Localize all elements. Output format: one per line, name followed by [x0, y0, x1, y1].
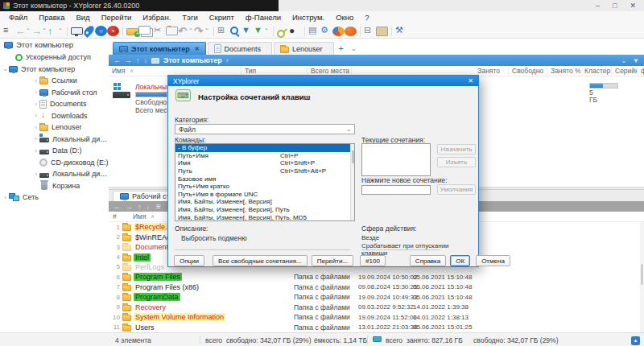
- cancel-button[interactable]: Отмена: [476, 255, 510, 266]
- column-header-name[interactable]: Имя: [122, 212, 147, 220]
- file-row[interactable]: 10 System Volume Information Папка с фай…: [109, 312, 644, 322]
- copy-icon[interactable]: [138, 26, 151, 35]
- new-tab-button[interactable]: +: [336, 43, 347, 53]
- crumb-up-icon[interactable]: ↑: [136, 56, 140, 64]
- key-icon[interactable]: [277, 26, 289, 36]
- tab-close-icon[interactable]: ✕: [195, 46, 200, 52]
- crumb-down-icon[interactable]: ↓: [144, 56, 148, 64]
- expander-icon[interactable]: ›: [2, 194, 9, 201]
- xyplorer-logo-icon[interactable]: ▲: [631, 336, 640, 345]
- crumb-down-icon[interactable]: ↓: [147, 203, 151, 211]
- minimize-button[interactable]: –: [596, 2, 600, 10]
- expander-icon[interactable]: ⌄: [2, 65, 9, 72]
- crumb-back-icon[interactable]: ←: [114, 56, 121, 64]
- location-pin-icon[interactable]: [82, 24, 96, 38]
- tree-item-documents[interactable]: › Documents: [0, 98, 109, 110]
- undo-dropdown-icon[interactable]: ⌄: [188, 25, 194, 38]
- current-shortcuts-listbox[interactable]: [361, 143, 431, 176]
- menu-item[interactable]: Окно: [330, 11, 359, 24]
- crumb-up-icon[interactable]: ↑: [138, 203, 142, 211]
- options-button[interactable]: Опции: [174, 255, 204, 266]
- tree-item-quick-access[interactable]: Ускоренный доступ: [0, 51, 109, 64]
- zoom-icon[interactable]: ○: [95, 26, 107, 36]
- expander-icon[interactable]: ›: [32, 147, 39, 154]
- address-dropdown-icon[interactable]: ⌄: [621, 57, 626, 64]
- crumb-back-icon[interactable]: ←: [114, 203, 121, 211]
- menu-item[interactable]: Файл: [3, 11, 33, 24]
- new-shortcut-input[interactable]: [361, 185, 431, 195]
- column-header-number[interactable]: #: [109, 212, 122, 220]
- mini-filter-icon[interactable]: ▼: [633, 57, 639, 64]
- expander-icon[interactable]: ›: [32, 124, 39, 131]
- file-row[interactable]: 9 Recovery Папка с файлами 09.03.2022 9:…: [109, 303, 644, 312]
- defaults-button[interactable]: Умолчания: [437, 184, 476, 195]
- file-row[interactable]: 7 Program Files (x86) Папка с файлами 09…: [109, 282, 644, 292]
- back-dropdown-icon[interactable]: ⌄: [26, 25, 31, 38]
- tree-item-disk-c[interactable]: › Локальный диск (C:): [0, 134, 109, 146]
- tree-item-desktop[interactable]: › Рабочий стол: [0, 87, 109, 99]
- filter-dropdown-icon[interactable]: ⌄: [264, 25, 270, 38]
- tab-lenouser[interactable]: Lenouser: [274, 42, 334, 55]
- cut-icon[interactable]: ✂: [154, 25, 166, 38]
- menu-item[interactable]: Скрипт: [204, 11, 240, 24]
- column-header[interactable]: Серийн...: [612, 66, 638, 76]
- column-header[interactable]: Свободно: [509, 66, 547, 76]
- file-row[interactable]: 6 Program Files Папка с файлами 19.09.20…: [109, 272, 644, 282]
- category-select[interactable]: Файл ⌄: [175, 124, 355, 134]
- menu-item[interactable]: Правка: [33, 11, 70, 24]
- command-item[interactable]: Имя, Байты, Изменен[, Версия], Путь, MD5: [175, 213, 354, 221]
- command-item[interactable]: Путь+Имя в формате UNC: [175, 191, 354, 199]
- tree-item-this-pc[interactable]: ⌄ Этот компьютер: [0, 64, 109, 76]
- command-item[interactable]: Имя, Байты, Изменен[, Версия]: [175, 198, 354, 206]
- command-item[interactable]: - В буфер: [175, 144, 354, 152]
- go-icon[interactable]: ›: [107, 26, 119, 36]
- color-filter-icon[interactable]: [332, 27, 345, 36]
- menu-item[interactable]: Избран.: [137, 11, 176, 24]
- assign-button[interactable]: Назначить: [437, 144, 476, 154]
- close-button[interactable]: ✕: [630, 2, 636, 10]
- command-item[interactable]: Путь Ctrl+Shift+Alt+P: [175, 167, 354, 175]
- scrollbar[interactable]: [350, 144, 354, 220]
- expander-icon[interactable]: ›: [32, 112, 39, 119]
- ok-button[interactable]: ОК: [450, 255, 470, 266]
- menu-item[interactable]: ?: [359, 11, 374, 24]
- dialog-titlebar[interactable]: XYplorer ✕: [168, 76, 478, 86]
- column-header[interactable]: Кластер: [581, 66, 612, 76]
- gear-icon[interactable]: ⚙: [320, 25, 332, 38]
- grid-view-icon[interactable]: ▤: [308, 25, 320, 38]
- command-item[interactable]: Имя, Байты, Изменен[, Версия], Путь: [175, 206, 354, 214]
- menu-item[interactable]: Вид: [70, 11, 95, 24]
- expander-icon[interactable]: ›: [32, 135, 39, 142]
- expander-icon[interactable]: ›: [32, 101, 39, 108]
- dark-sphere-icon[interactable]: ●: [289, 25, 301, 38]
- command-item[interactable]: Путь+Имя Ctrl+P: [175, 152, 354, 160]
- new-folder-icon[interactable]: [126, 28, 138, 35]
- expander-icon[interactable]: ›: [32, 89, 39, 96]
- tree-item-recycle-bin[interactable]: Корзина: [0, 180, 109, 192]
- desktop-icon[interactable]: [71, 27, 83, 35]
- breadcrumb[interactable]: Этот компьютер: [163, 56, 222, 64]
- menu-icon[interactable]: ≡: [3, 25, 15, 38]
- expander-icon[interactable]: ›: [32, 77, 39, 84]
- column-header[interactable]: ф-Система: [638, 66, 644, 76]
- crumb-forward-icon[interactable]: →: [125, 56, 132, 64]
- help-button[interactable]: Справка: [410, 255, 446, 266]
- up-dropdown-icon[interactable]: ⌄: [58, 25, 64, 38]
- tree-item-links[interactable]: › Ссылки: [0, 75, 109, 87]
- column-header[interactable]: Занято %: [547, 66, 581, 76]
- remove-button[interactable]: Изъять: [437, 157, 476, 167]
- panel-icon[interactable]: [376, 27, 388, 36]
- tools-icon[interactable]: ⚒: [395, 25, 407, 38]
- menu-item[interactable]: ф-Панели: [240, 11, 287, 24]
- tree-item-lenouser[interactable]: › Lenouser: [0, 122, 109, 134]
- menu-icon[interactable]: ≡: [156, 202, 161, 211]
- chevron-right-icon[interactable]: ›: [226, 56, 229, 64]
- crumb-forward-icon[interactable]: →: [126, 203, 133, 211]
- maximize-button[interactable]: □: [613, 2, 617, 10]
- menu-item[interactable]: Тэги: [176, 11, 203, 24]
- tab-documents[interactable]: Documents: [208, 42, 273, 55]
- scrollbar[interactable]: [640, 222, 644, 332]
- paste-icon[interactable]: [166, 27, 178, 35]
- menu-item[interactable]: Инструм.: [287, 11, 330, 24]
- tree-header[interactable]: Этот компьютер: [0, 39, 109, 50]
